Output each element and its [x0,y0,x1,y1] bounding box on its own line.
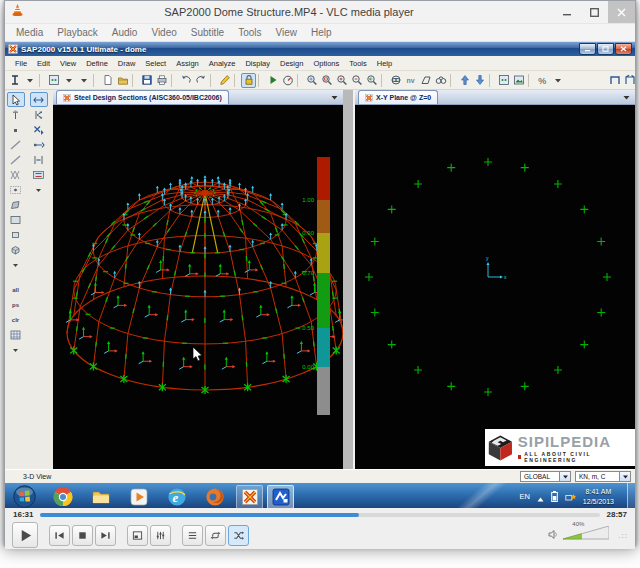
assign-frame-pins-button[interactable] [30,152,48,167]
assign-frame-fixity-button[interactable] [30,137,48,152]
sap-close-button[interactable] [615,43,632,55]
hidden-icons-arrow[interactable] [537,488,544,506]
taskbar-internet-explorer-icon[interactable]: e [163,485,190,509]
taskbar-sap2000-icon[interactable] [236,485,263,509]
vlc-menu-video[interactable]: Video [144,27,183,38]
object-shrink-toggle-button[interactable] [433,73,448,88]
close-button[interactable] [608,1,635,23]
print-button[interactable] [154,73,169,88]
tab-xy-plane[interactable]: X-Y Plane @ Z=0 [358,90,438,104]
next-button[interactable] [95,525,116,546]
rotate-3d-view-button[interactable] [388,73,403,88]
draw-frame-button[interactable] [7,137,25,152]
quick-draw-secondary-beams-button[interactable] [7,182,25,197]
open-model-button[interactable] [115,73,130,88]
zoom-out-button[interactable] [349,73,364,88]
viewport-3d-tab-dropdown[interactable] [329,93,340,102]
draw-special-joint-button[interactable] [7,122,25,137]
previous-zoom-button[interactable] [364,73,379,88]
viewport-plan-canvas[interactable]: xy SIPILPEDIA ALL ABOUT CIVIL ENGINEERIN… [355,105,635,469]
sap-menu-select[interactable]: Select [140,59,171,68]
select-pointer-button[interactable] [7,92,25,107]
vlc-menu-help[interactable]: Help [304,27,339,38]
object-display-button[interactable] [511,73,526,88]
taskbar-recorder-icon[interactable] [267,485,294,509]
grid-dropdown[interactable] [61,73,76,88]
coord-system-dropdown[interactable]: GLOBAL [520,471,571,482]
sap-menu-analyze[interactable]: Analyze [204,59,241,68]
battery-icon[interactable] [551,488,558,506]
select-all-button[interactable]: all [7,282,25,297]
sap-menu-draw[interactable]: Draw [113,59,141,68]
previous-selection-button[interactable]: ps [7,297,25,312]
zoom-window-button[interactable] [319,73,334,88]
taskbar-clock[interactable]: 8:41 AM 12/5/2013 [583,487,614,506]
run-analysis-button[interactable] [265,73,280,88]
perspective-toggle-button[interactable] [418,73,433,88]
frame-section-button[interactable] [7,73,22,88]
named-view-button[interactable]: nv [403,73,418,88]
taskbar-chrome-icon[interactable] [49,485,76,509]
assign-joint-restraints-button[interactable] [30,92,48,107]
sap-maximize-button[interactable] [597,43,614,55]
taskbar-firefox-icon[interactable] [201,485,228,509]
stop-button[interactable] [72,525,93,546]
sap-menu-edit[interactable]: Edit [32,59,55,68]
undo-button[interactable] [178,73,193,88]
sap-menu-help[interactable]: Help [372,59,397,68]
previous-button[interactable] [49,525,70,546]
sap-menu-options[interactable]: Options [308,59,344,68]
draw-frame-element-button[interactable] [607,73,622,88]
draw-poly-area-button[interactable] [7,197,25,212]
draw-solid-button[interactable] [7,242,25,257]
minimize-button[interactable] [554,1,581,23]
move-down-in-list-button[interactable] [472,73,487,88]
sap-minimize-button[interactable] [579,43,596,55]
network-alert-icon[interactable] [565,488,576,506]
restore-full-view-button[interactable] [304,73,319,88]
tab-steel-design-sections[interactable]: Steel Design Sections (AISC360-05/IBC200… [56,90,229,104]
more-dropdown[interactable] [76,73,91,88]
quick-grid-button[interactable] [46,73,61,88]
units-dropdown[interactable]: KN, m, C [575,471,631,482]
select-more-dropdown[interactable] [7,342,25,357]
seek-bar[interactable] [40,513,599,517]
zoom-in-button[interactable] [334,73,349,88]
sap-menu-display[interactable]: Display [240,59,275,68]
sap-menu-assign[interactable]: Assign [171,59,204,68]
assign-frame-releases-button[interactable] [30,107,48,122]
loop-button[interactable] [205,525,226,546]
intersecting-line-select-button[interactable] [7,327,25,342]
maximize-button[interactable] [581,1,608,23]
video-display-area[interactable]: SAP2000 v15.0.1 Ultimate - dome FileEdit… [5,42,635,508]
assign-frame-section-button[interactable] [30,167,48,182]
vlc-menu-view[interactable]: View [269,27,305,38]
redo-button[interactable] [193,73,208,88]
vlc-menu-media[interactable]: Media [9,27,50,38]
save-model-button[interactable] [139,73,154,88]
refresh-window-button[interactable] [217,73,232,88]
toggle-video-button[interactable] [127,525,148,546]
vlc-menu-subtitle[interactable]: Subtitle [184,27,231,38]
speaker-icon[interactable] [548,526,559,544]
draw-more-dropdown[interactable] [7,257,25,272]
lock-model-button[interactable] [241,73,256,88]
quick-draw-frame-button[interactable] [622,73,635,88]
sap-menu-file[interactable]: File [10,59,32,68]
new-model-button[interactable] [100,73,115,88]
taskbar-explorer-icon[interactable] [87,485,114,509]
extended-settings-button[interactable] [150,525,171,546]
quick-draw-area-button[interactable] [7,227,25,242]
vlc-menu-tools[interactable]: Tools [231,27,268,38]
shuffle-button[interactable] [228,525,249,546]
viewport-plan-tab-dropdown[interactable] [621,93,632,102]
sap-menu-design[interactable]: Design [275,59,308,68]
clear-selection-button[interactable]: clr [7,312,25,327]
start-button[interactable] [11,485,38,509]
draw-rectangular-area-button[interactable] [7,212,25,227]
playlist-button[interactable] [182,525,203,546]
sap-menu-define[interactable]: Define [81,59,113,68]
taskbar-media-player-icon[interactable] [125,485,152,509]
assign-more-dropdown[interactable] [30,182,48,197]
sap-menu-view[interactable]: View [55,59,81,68]
